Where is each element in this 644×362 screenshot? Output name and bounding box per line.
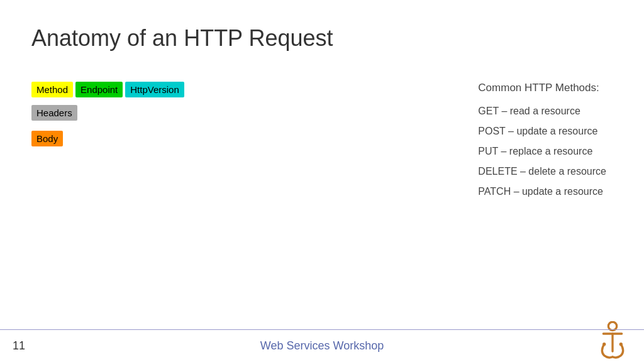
- methods-heading: Common HTTP Methods:: [478, 82, 606, 94]
- footer-title: Web Services Workshop: [0, 339, 644, 353]
- headers-badge: Headers: [31, 105, 77, 121]
- body-line: Body: [31, 131, 184, 146]
- body-badge: Body: [31, 131, 63, 146]
- endpoint-badge: Endpoint: [75, 82, 123, 97]
- right-section: Common HTTP Methods: GET – read a resour…: [478, 82, 606, 206]
- left-section: Method Endpoint HttpVersion Headers Body: [31, 82, 184, 154]
- methods-list: GET – read a resource POST – update a re…: [478, 106, 606, 197]
- slide-title: Anatomy of an HTTP Request: [31, 25, 613, 52]
- list-item: PUT – replace a resource: [478, 146, 606, 157]
- footer: 11 Web Services Workshop: [0, 329, 644, 362]
- httpversion-badge: HttpVersion: [125, 82, 184, 97]
- slide: Anatomy of an HTTP Request Method Endpoi…: [0, 0, 644, 362]
- list-item: PATCH – update a resource: [478, 186, 606, 197]
- list-item: POST – update a resource: [478, 126, 606, 137]
- list-item: GET – read a resource: [478, 106, 606, 117]
- headers-line: Headers: [31, 105, 184, 121]
- list-item: DELETE – delete a resource: [478, 166, 606, 177]
- method-badge: Method: [31, 82, 73, 97]
- page-number: 11: [13, 339, 25, 353]
- http-request-line: Method Endpoint HttpVersion: [31, 82, 184, 97]
